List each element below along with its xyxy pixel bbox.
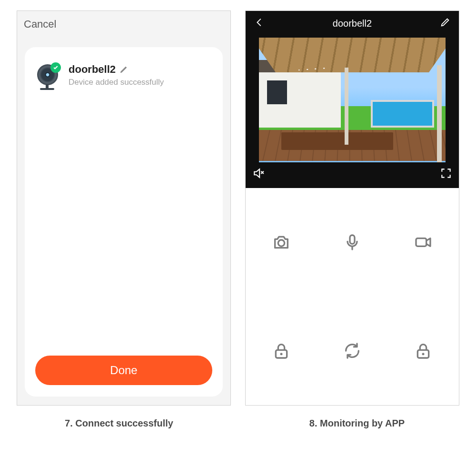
caption-left: 7. Connect successfully (12, 418, 226, 429)
device-card: doorbell2 Device added successfully Done (25, 47, 223, 397)
record-button[interactable] (388, 188, 459, 297)
success-check-icon (50, 62, 61, 73)
device-added-screen: Cancel doorbell2 (17, 10, 231, 406)
device-name: doorbell2 (69, 63, 116, 76)
video-nav-bar: doorbell2 (246, 11, 459, 36)
svg-point-4 (280, 353, 282, 355)
control-grid (246, 188, 459, 405)
lock1-button[interactable] (246, 297, 317, 405)
svg-point-6 (422, 353, 425, 355)
mute-icon[interactable] (252, 167, 265, 181)
camera-feed (259, 38, 446, 162)
nav-bar: Cancel (17, 11, 230, 38)
caption-right: 8. Monitoring by APP (250, 418, 464, 429)
video-title: doorbell2 (333, 18, 372, 29)
snapshot-button[interactable] (246, 188, 317, 297)
device-thumbnail (35, 63, 62, 90)
svg-rect-1 (350, 235, 355, 244)
lock2-button[interactable] (388, 297, 459, 405)
fullscreen-icon[interactable] (440, 167, 452, 181)
svg-point-0 (278, 240, 284, 246)
cancel-button[interactable]: Cancel (24, 18, 56, 30)
video-feed-area[interactable] (246, 36, 459, 188)
monitoring-screen: doorbell2 (245, 10, 459, 406)
svg-rect-2 (416, 238, 426, 247)
edit-name-icon[interactable] (119, 65, 128, 74)
back-icon[interactable] (254, 17, 265, 30)
edit-icon[interactable] (440, 17, 450, 30)
talk-button[interactable] (317, 188, 387, 297)
refresh-button[interactable] (317, 297, 387, 405)
device-status-text: Device added successfully (69, 78, 212, 87)
done-button[interactable]: Done (35, 356, 212, 385)
